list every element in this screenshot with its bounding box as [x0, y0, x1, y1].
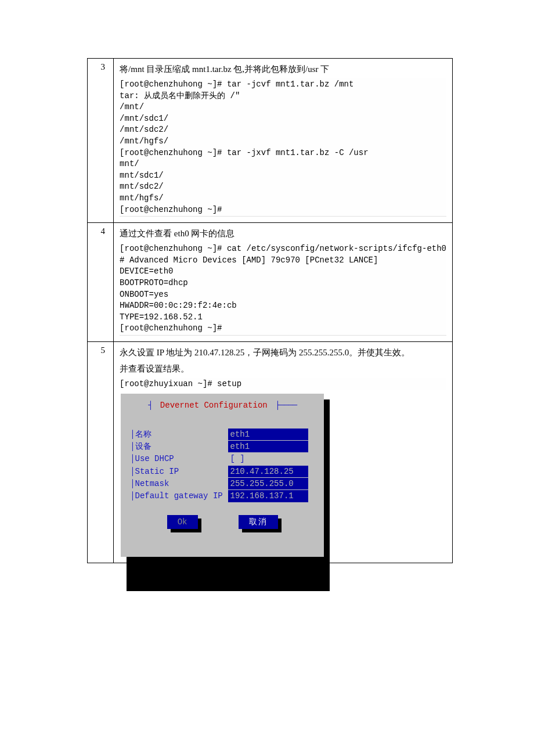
- section-content: 永久设置 IP 地址为 210.47.128.25，子网掩码为 255.255.…: [114, 341, 453, 563]
- field-label: Use DHCP: [135, 453, 228, 465]
- dialog-title: Devernet Configuration: [157, 401, 271, 410]
- button-label: 取消: [239, 515, 278, 529]
- section-number: 4: [88, 223, 114, 342]
- terminal-output: [root@chenzhuhong ~]# cat /etc/sysconfig…: [120, 243, 446, 336]
- static-ip-field[interactable]: 210.47.128.25: [228, 466, 308, 477]
- terminal-output: [root@chenzhuhong ~]# tar -jcvf mnt1.tar…: [120, 78, 446, 217]
- task-title-line1: 永久设置 IP 地址为 210.47.128.25，子网掩码为 255.255.…: [120, 345, 446, 359]
- netmask-field[interactable]: 255.255.255.0: [228, 478, 308, 489]
- task-title: 通过文件查看 eth0 网卡的信息: [120, 226, 446, 240]
- tui-dialog-wrapper: ┤ Devernet Configuration ├──── │ 名称 eth1…: [121, 394, 324, 556]
- dialog-buttons: Ok 取消: [130, 515, 315, 529]
- gateway-field[interactable]: 192.168.137.1: [228, 490, 308, 502]
- terminal-command: [root@zhuyixuan ~]# setup: [120, 378, 446, 391]
- form-row-netmask: │ Netmask 255.255.255.0: [130, 478, 315, 489]
- line-decoration: ┤: [148, 401, 157, 410]
- form-row-dhcp: │ Use DHCP [ ]: [130, 453, 315, 465]
- cancel-button[interactable]: 取消: [239, 515, 278, 529]
- task-title-line2: 并查看设置结果。: [120, 362, 446, 376]
- section-number: 5: [88, 341, 114, 563]
- network-config-dialog[interactable]: ┤ Devernet Configuration ├──── │ 名称 eth1…: [121, 394, 324, 556]
- dhcp-checkbox[interactable]: [ ]: [228, 453, 247, 465]
- form-row-staticip: │ Static IP 210.47.128.25: [130, 466, 315, 477]
- section-number: 3: [88, 59, 114, 223]
- field-label: 设备: [135, 441, 228, 452]
- form-row-gateway: │ Default gateway IP 192.168.137.1: [130, 490, 315, 502]
- field-label: Static IP: [135, 466, 228, 477]
- ok-button[interactable]: Ok: [167, 515, 198, 529]
- task-title: 将/mnt 目录压缩成 mnt1.tar.bz 包,并将此包释放到/usr 下: [120, 62, 446, 76]
- section-content: 将/mnt 目录压缩成 mnt1.tar.bz 包,并将此包释放到/usr 下 …: [114, 59, 453, 223]
- form-row-name: │ 名称 eth1: [130, 429, 315, 440]
- device-field[interactable]: eth1: [228, 441, 308, 452]
- name-field[interactable]: eth1: [228, 429, 308, 440]
- button-label: Ok: [167, 515, 198, 529]
- document-page: 3 将/mnt 目录压缩成 mnt1.tar.bz 包,并将此包释放到/usr …: [0, 0, 534, 737]
- field-label: Netmask: [135, 478, 228, 489]
- content-table: 3 将/mnt 目录压缩成 mnt1.tar.bz 包,并将此包释放到/usr …: [87, 58, 453, 563]
- dialog-title-row: ┤ Devernet Configuration ├────: [130, 399, 315, 411]
- field-label: Default gateway IP: [135, 490, 228, 502]
- field-label: 名称: [135, 429, 228, 440]
- line-decoration: ├────: [271, 401, 297, 410]
- section-content: 通过文件查看 eth0 网卡的信息 [root@chenzhuhong ~]# …: [114, 223, 453, 342]
- form-row-device: │ 设备 eth1: [130, 441, 315, 452]
